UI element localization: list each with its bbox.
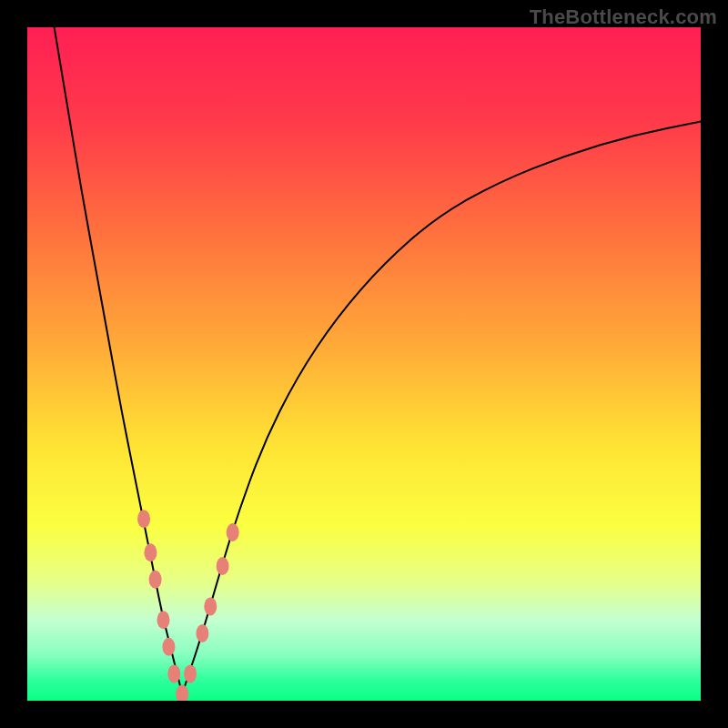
curve-left-branch [55, 27, 183, 694]
curves-group [55, 27, 701, 694]
marker-point [204, 597, 217, 615]
marker-point [176, 685, 188, 701]
watermark-label: TheBottleneck.com [530, 5, 717, 29]
curve-layer [27, 27, 701, 701]
marker-point [149, 571, 162, 589]
marker-point [137, 510, 150, 528]
curve-right-branch [182, 122, 701, 694]
marker-point [196, 624, 208, 642]
chart-frame: TheBottleneck.com [0, 0, 728, 728]
marker-point [184, 664, 197, 682]
markers-group [137, 510, 239, 701]
plot-area [27, 27, 701, 701]
marker-point [227, 523, 239, 541]
marker-point [162, 638, 175, 656]
marker-point [157, 611, 169, 629]
marker-point [167, 664, 180, 682]
marker-point [217, 557, 229, 575]
marker-point [144, 543, 157, 561]
